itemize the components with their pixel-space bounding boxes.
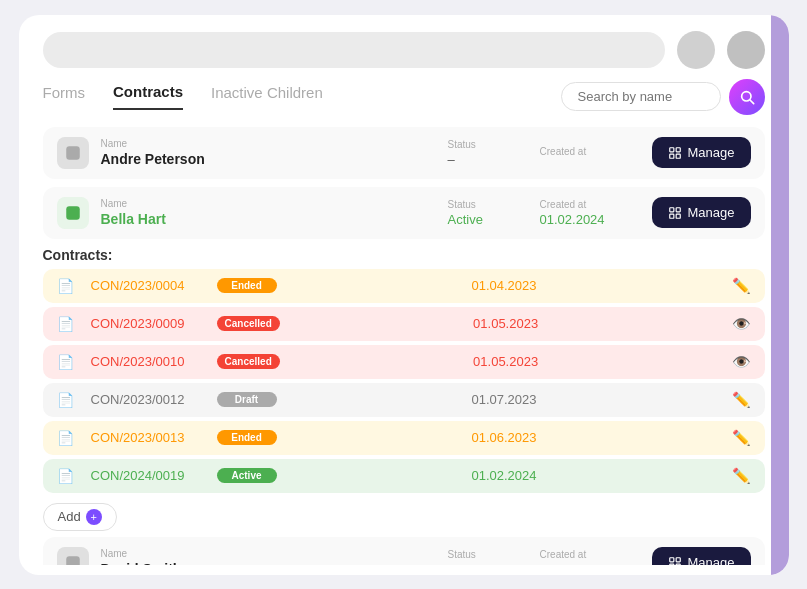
- status-label-bella: Status: [448, 199, 528, 210]
- avatar-andre: [57, 137, 89, 169]
- status-block-david: Status Draft: [448, 549, 528, 565]
- created-label-bella: Created at: [540, 199, 640, 210]
- svg-rect-3: [669, 147, 673, 151]
- header-avatar1: [677, 31, 715, 69]
- contract-action-0[interactable]: ✏️: [732, 277, 751, 295]
- contract-row-1: 📄 CON/2023/0009 Cancelled 01.05.2023 👁️: [43, 307, 765, 341]
- svg-rect-13: [669, 557, 673, 561]
- svg-rect-4: [676, 147, 680, 151]
- avatar-bella: [57, 197, 89, 229]
- person-info-andre: Name Andre Peterson: [101, 138, 436, 167]
- nav-tabs: Forms Contracts Inactive Children: [19, 69, 789, 115]
- contract-action-2[interactable]: 👁️: [732, 353, 751, 371]
- person-name-david: David Smith: [101, 561, 436, 565]
- manage-button-david[interactable]: Manage: [652, 547, 751, 565]
- manage-button-bella[interactable]: Manage: [652, 197, 751, 228]
- contract-icon-1: 📄: [57, 316, 75, 332]
- contract-date-0: 01.04.2023: [293, 278, 716, 293]
- contract-action-1[interactable]: 👁️: [732, 315, 751, 333]
- name-label-bella: Name: [101, 198, 436, 209]
- status-block-bella: Status Active: [448, 199, 528, 227]
- created-block-david: Created at 01.05.2023: [540, 549, 640, 565]
- contract-row-3: 📄 CON/2023/0012 Draft 01.07.2023 ✏️: [43, 383, 765, 417]
- tab-forms[interactable]: Forms: [43, 84, 86, 109]
- add-button[interactable]: Add +: [43, 503, 117, 531]
- contract-id-1: CON/2023/0009: [91, 316, 201, 331]
- contract-id-5: CON/2024/0019: [91, 468, 201, 483]
- contracts-title: Contracts:: [43, 247, 765, 263]
- contract-date-1: 01.05.2023: [296, 316, 716, 331]
- contract-badge-2: Cancelled: [217, 354, 280, 369]
- contract-id-3: CON/2023/0012: [91, 392, 201, 407]
- search-area: [561, 79, 765, 115]
- person-name-bella: Bella Hart: [101, 211, 436, 227]
- svg-rect-7: [66, 206, 80, 220]
- search-button[interactable]: [729, 79, 765, 115]
- contract-icon-2: 📄: [57, 354, 75, 370]
- search-input[interactable]: [561, 82, 721, 111]
- manage-button-andre[interactable]: Manage: [652, 137, 751, 168]
- contract-icon-0: 📄: [57, 278, 75, 294]
- created-value-bella: 01.02.2024: [540, 212, 640, 227]
- person-info-david: Name David Smith: [101, 548, 436, 565]
- person-card-bella: Name Bella Hart Status Active Created at…: [43, 187, 765, 239]
- header-bar: [19, 15, 789, 69]
- status-label-david: Status: [448, 549, 528, 560]
- name-label-david: Name: [101, 548, 436, 559]
- name-label-andre: Name: [101, 138, 436, 149]
- manage-icon-david: [668, 556, 682, 565]
- contract-date-4: 01.06.2023: [293, 430, 716, 445]
- status-label-andre: Status: [448, 139, 528, 150]
- svg-rect-12: [66, 556, 80, 565]
- add-plus-icon: +: [86, 509, 102, 525]
- avatar-david: [57, 547, 89, 565]
- contract-id-4: CON/2023/0013: [91, 430, 201, 445]
- contract-badge-5: Active: [217, 468, 277, 483]
- svg-rect-15: [669, 564, 673, 565]
- svg-rect-16: [676, 564, 680, 565]
- contract-id-2: CON/2023/0010: [91, 354, 201, 369]
- svg-rect-6: [676, 154, 680, 158]
- contract-action-5[interactable]: ✏️: [732, 467, 751, 485]
- contract-icon-3: 📄: [57, 392, 75, 408]
- header-avatar2: [727, 31, 765, 69]
- contract-row-0: 📄 CON/2023/0004 Ended 01.04.2023 ✏️: [43, 269, 765, 303]
- svg-rect-11: [676, 214, 680, 218]
- status-value-david: Draft: [448, 562, 528, 565]
- contract-date-5: 01.02.2024: [293, 468, 716, 483]
- contract-date-3: 01.07.2023: [293, 392, 716, 407]
- contract-action-4[interactable]: ✏️: [732, 429, 751, 447]
- svg-rect-14: [676, 557, 680, 561]
- person-info-bella: Name Bella Hart: [101, 198, 436, 227]
- status-value-bella: Active: [448, 212, 528, 227]
- manage-icon-andre: [668, 146, 682, 160]
- svg-rect-5: [669, 154, 673, 158]
- svg-rect-9: [676, 207, 680, 211]
- tab-contracts[interactable]: Contracts: [113, 83, 183, 110]
- contract-icon-5: 📄: [57, 468, 75, 484]
- contract-action-3[interactable]: ✏️: [732, 391, 751, 409]
- manage-icon-bella: [668, 206, 682, 220]
- status-block-andre: Status –: [448, 139, 528, 167]
- app-container: Forms Contracts Inactive Children: [0, 0, 807, 589]
- contract-badge-1: Cancelled: [217, 316, 280, 331]
- contract-badge-0: Ended: [217, 278, 277, 293]
- created-value-david: 01.05.2023: [540, 562, 640, 565]
- contract-badge-3: Draft: [217, 392, 277, 407]
- person-card-david: Name David Smith Status Draft Created at…: [43, 537, 765, 565]
- svg-rect-10: [669, 214, 673, 218]
- svg-line-1: [750, 100, 754, 104]
- search-icon: [739, 89, 755, 105]
- contract-icon-4: 📄: [57, 430, 75, 446]
- tab-inactive-children[interactable]: Inactive Children: [211, 84, 323, 109]
- header-search-placeholder: [43, 32, 665, 68]
- contract-row-4: 📄 CON/2023/0013 Ended 01.06.2023 ✏️: [43, 421, 765, 455]
- contract-row-2: 📄 CON/2023/0010 Cancelled 01.05.2023 👁️: [43, 345, 765, 379]
- person-card-andre: Name Andre Peterson Status – Created at …: [43, 127, 765, 179]
- svg-rect-8: [669, 207, 673, 211]
- contract-badge-4: Ended: [217, 430, 277, 445]
- created-block-andre: Created at: [540, 146, 640, 159]
- contract-date-2: 01.05.2023: [296, 354, 716, 369]
- created-label-andre: Created at: [540, 146, 640, 157]
- person-name-andre: Andre Peterson: [101, 151, 436, 167]
